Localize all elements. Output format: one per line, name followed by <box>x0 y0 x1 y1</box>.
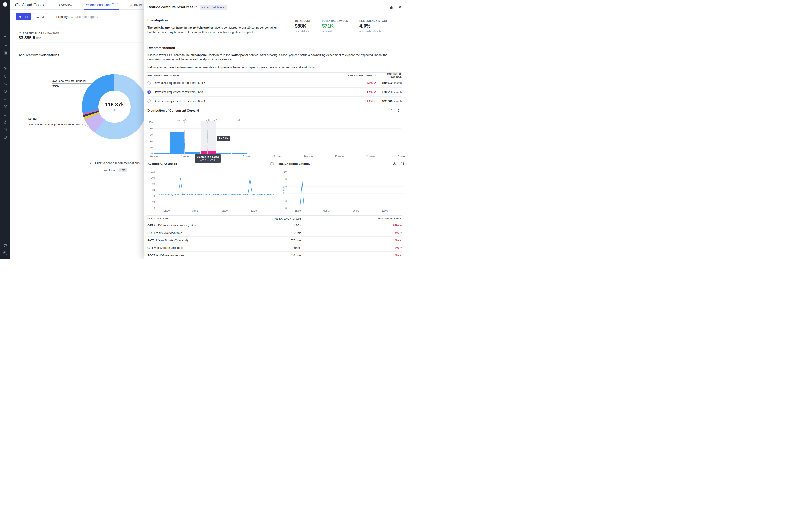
endpoint-row[interactable]: POST /api/v2/messages/send2.01 ms4%↗ <box>147 251 402 259</box>
x-tick: 12 cores <box>335 155 344 158</box>
radio-button[interactable] <box>147 90 151 94</box>
cpu-usage-line-chart[interactable]: 02040608010012018:00Mon 1706:0012:00 <box>156 172 274 208</box>
latency-diff: 4% <box>395 246 399 249</box>
chat-icon[interactable] <box>0 242 10 249</box>
help-icon[interactable]: ? <box>0 249 10 257</box>
recommendation-row[interactable]: Downsize requested cores from 16 to 113.… <box>147 97 402 106</box>
donut-callout-cloudtrail[interactable]: $9.46k aws_cloudtrail_trail_paideventsre… <box>28 117 81 126</box>
export-chart-button[interactable] <box>392 162 397 166</box>
sidebar-infrastructure-icon[interactable] <box>0 87 10 95</box>
sidebar-rail: ? <box>0 0 10 259</box>
sidebar-bottom: ? <box>0 242 10 257</box>
expand-chart-button[interactable] <box>270 162 274 166</box>
sidebar-service-map-icon[interactable] <box>0 103 10 110</box>
y-tick: 0 <box>280 207 287 209</box>
x-tick: 06:00 <box>353 209 359 212</box>
col-p95-latency-impact[interactable]: P95 LATENCY IMPACT <box>274 217 301 220</box>
export-chart-button[interactable] <box>389 108 394 113</box>
trend-up-icon: ↗ <box>400 231 402 235</box>
expand-icon <box>401 162 404 166</box>
radio-button[interactable] <box>147 100 151 103</box>
export-chart-button[interactable] <box>262 162 266 166</box>
x-tick: 12:00 <box>382 209 388 212</box>
recommendation-row[interactable]: Downsize requested cores from 16 to 52.1… <box>147 78 402 87</box>
percentile-label: p90 <box>206 119 210 121</box>
percentile-label: p95 <box>213 119 218 121</box>
close-button[interactable] <box>398 5 402 9</box>
tab-recommendations[interactable]: RecommendationsBETA <box>85 0 118 9</box>
latency-impact: 7.69 ms <box>291 246 301 249</box>
callout-value: $9.46k <box>28 117 81 121</box>
tab-analytics[interactable]: Analytics <box>130 0 143 9</box>
latency-diff: 4% <box>395 239 399 242</box>
search-input[interactable] <box>75 15 143 19</box>
endpoint-row[interactable]: POST /api/v2/routes/create19.1 ms4%↗ <box>147 229 402 237</box>
col-recommended-change: RECOMMENDED CHANGE <box>147 74 180 77</box>
cloud-sav ings-icon <box>19 32 22 35</box>
savings-currency: USD <box>36 37 41 39</box>
y-tick: 0 <box>148 207 155 209</box>
x-tick: 2 cores <box>181 155 189 158</box>
page-title: Cloud Costs <box>22 3 44 7</box>
resource-name: POST /api/v2/routes/create <box>147 231 182 235</box>
recommendation-row[interactable]: Downsize requested cores from 16 to 34.0… <box>147 87 402 97</box>
latency-impact: 2.01 ms <box>291 254 301 257</box>
radio-button[interactable] <box>147 81 151 85</box>
endpoint-row[interactable]: PATCH /api/v2/routes/{route_id}7.71 ms4%… <box>147 237 402 244</box>
time-frame-pill[interactable]: 1mo <box>119 168 127 172</box>
tab-overview[interactable]: Overview <box>59 0 72 9</box>
app-window: ? Cloud Costs Overview RecommendationsBE… <box>0 0 406 259</box>
expand-chart-button[interactable] <box>398 108 402 113</box>
col-p95-latency-diff[interactable]: P95 LATENCY DIFF <box>378 217 402 220</box>
metric-1: POTENTIAL SAVINGS$71Kper month <box>322 20 348 32</box>
donut-total-value: 116.87k <box>105 102 124 108</box>
datadog-logo-icon[interactable] <box>2 1 8 8</box>
beta-badge: BETA <box>112 3 118 5</box>
resource-name: PATCH /api/v2/routes/{route_id} <box>147 239 188 242</box>
export-icon <box>262 162 266 166</box>
all-filter-button[interactable]: All <box>33 13 47 21</box>
y-tick: 2 <box>280 199 287 202</box>
scope-recommendations-hint[interactable]: Click to scope recommendations <box>89 161 140 165</box>
sidebar-logs-icon[interactable] <box>0 110 10 118</box>
nav-tabs: Overview RecommendationsBETA Analytics <box>59 0 143 9</box>
sidebar-metrics-icon[interactable] <box>0 57 10 64</box>
distribution-title: Distribution of Concurrent Cores % <box>147 109 199 112</box>
star-icon <box>19 15 22 18</box>
recommendation-label: Downsize requested cores from 16 to 3 <box>154 90 206 94</box>
sort-desc-icon[interactable]: ↓ <box>271 217 273 220</box>
col-resource-name[interactable]: RESOURCE NAME <box>147 217 170 220</box>
savings-suffix: / month <box>393 81 402 85</box>
sidebar-synthetics-icon[interactable] <box>0 118 10 126</box>
donut-callout-ebs[interactable]: aws_ebs_volume_unused $33k <box>52 79 92 88</box>
sidebar-security-icon[interactable] <box>0 133 10 141</box>
sidebar-database-icon[interactable] <box>0 126 10 133</box>
drawer-body: Investigation The switchpanel container … <box>144 14 406 259</box>
sidebar-apm-icon[interactable] <box>0 80 10 87</box>
y-tick: 8 <box>280 178 287 180</box>
top-filter-button[interactable]: Top <box>16 13 31 21</box>
y-tick: 20 <box>146 146 152 149</box>
service-tag[interactable]: service:switchpanel <box>200 5 227 9</box>
metric-0: TOTAL COST$88KLast 30 days <box>295 20 311 32</box>
export-button[interactable] <box>389 5 394 9</box>
sidebar-processes-icon[interactable] <box>0 95 10 103</box>
y-tick: 20 <box>148 201 155 203</box>
concurrent-cores-histogram[interactable]: 9.47 %s 3 cores to 4 cores p85.8 to p95.… <box>154 122 401 154</box>
search-icon <box>71 15 74 19</box>
sidebar-watchdog-icon[interactable] <box>0 64 10 72</box>
investigation-text: The switchpanel container in the switchp… <box>147 25 284 34</box>
latency-impact-value: 4.0% <box>367 90 373 94</box>
endpoint-row[interactable]: GET /api/v2/messages/summary_stats1.60 s… <box>147 222 402 229</box>
endpoint-row[interactable]: GET /api/v2/routes/{route_id}7.69 ms4%↗ <box>147 244 402 251</box>
histogram-bar <box>154 153 170 154</box>
sidebar-hostmap-icon[interactable] <box>0 41 10 49</box>
percentile-line <box>207 122 208 154</box>
sidebar-monitors-icon[interactable] <box>0 72 10 80</box>
savings-value: $59,610 <box>382 81 393 85</box>
investigation-metrics: TOTAL COST$88KLast 30 daysPOTENTIAL SAVI… <box>295 20 401 39</box>
expand-chart-button[interactable] <box>400 162 404 166</box>
sidebar-search-icon[interactable] <box>0 34 10 41</box>
sidebar-dashboards-icon[interactable] <box>0 49 10 57</box>
p95-latency-line-chart[interactable]: Minutes 024681018:00Mon 1706:0012:00 <box>288 172 404 208</box>
